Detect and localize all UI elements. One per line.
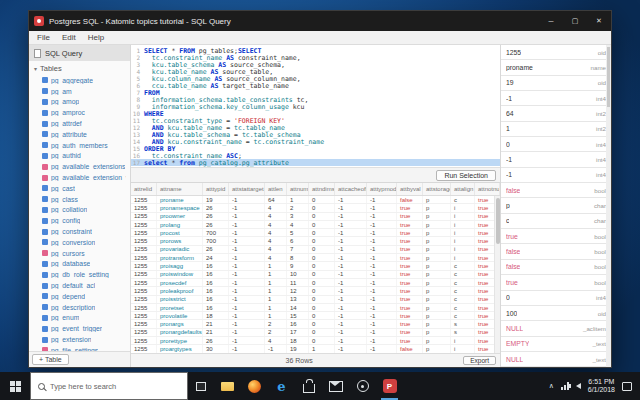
minimize-button[interactable]: ─ <box>539 11 563 31</box>
table-row[interactable]: 1255proowner26-1430-1-1truepitrue <box>131 213 500 221</box>
table-row[interactable]: 1255pronargdefaults21-12170-1-1truepstru… <box>131 329 500 337</box>
export-button[interactable]: Export <box>463 356 496 365</box>
run-selection-button[interactable]: Run Selection <box>436 170 496 181</box>
sidebar-table-pg_am[interactable]: pg_am <box>29 86 130 97</box>
desktop[interactable]: Postgres SQL - Katomic topics tutorial -… <box>0 0 640 400</box>
column-header-attlen[interactable]: attlen <box>265 183 287 195</box>
title-bar[interactable]: Postgres SQL - Katomic topics tutorial -… <box>29 11 611 31</box>
sidebar-table-pg_depend[interactable]: pg_depend <box>29 291 130 302</box>
table-row[interactable]: 1255pronamespace26-1420-1-1truepitrue <box>131 204 500 212</box>
editor-line-6[interactable]: 6 ccu.table_name AS target_table_name <box>131 82 500 89</box>
editor-line-17[interactable]: 17select * from pg_catalog.pg_attribute <box>131 159 500 166</box>
table-row[interactable]: 1255protransform24-1480-1-1truepitrue <box>131 254 500 262</box>
column-header-attstattarget[interactable]: attstattarget <box>229 183 265 195</box>
table-row[interactable]: 1255provariadic26-1470-1-1truepitrue <box>131 246 500 254</box>
table-row[interactable]: 1255proisstrict16-11130-1-1truepctrue <box>131 296 500 304</box>
inspector-row[interactable]: cchar <box>501 214 611 229</box>
settings-icon[interactable] <box>349 372 376 400</box>
editor-line-9[interactable]: 9 information_schema.key_column_usage kc… <box>131 103 500 110</box>
column-header-attrelid[interactable]: attrelid <box>131 183 157 195</box>
sidebar-table-pg_authid[interactable]: pg_authid <box>29 151 130 162</box>
inspector-row[interactable]: 19oid <box>501 76 611 91</box>
inspector-row[interactable]: -1int4 <box>501 168 611 183</box>
sidebar-table-pg_database[interactable]: pg_database <box>29 259 130 270</box>
inspector-row[interactable]: 1255oid <box>501 45 611 60</box>
mail-icon[interactable] <box>322 372 349 400</box>
table-row[interactable]: 1255proretset16-11140-1-1truepctrue <box>131 304 500 312</box>
tables-section-header[interactable]: ▾ Tables <box>29 61 130 75</box>
table-row[interactable]: 1255proiswindow16-11100-1-1truepctrue <box>131 271 500 279</box>
column-header-attstorage[interactable]: attstorage <box>423 183 451 195</box>
sidebar-table-pg_extension[interactable]: pg_extension <box>29 334 130 345</box>
task-view-button[interactable] <box>188 372 214 400</box>
editor-line-14[interactable]: 14 AND kcu.constraint_name = tc.constrai… <box>131 138 500 145</box>
sidebar-table-pg_class[interactable]: pg_class <box>29 194 130 205</box>
inspector-row[interactable]: falsebool <box>501 260 611 275</box>
inspector-row[interactable]: 0int4 <box>501 137 611 152</box>
sidebar-table-pg_enum[interactable]: pg_enum <box>29 313 130 324</box>
close-button[interactable]: ✕ <box>587 11 611 31</box>
column-header-attndims[interactable]: attndims <box>309 183 335 195</box>
grid-vertical-scrollbar[interactable] <box>494 196 500 353</box>
taskbar-search[interactable]: Type here to search <box>30 372 188 400</box>
inspector-row[interactable]: falsebool <box>501 244 611 259</box>
firefox-icon[interactable] <box>241 372 268 400</box>
inspector-row[interactable]: -1int4 <box>501 91 611 106</box>
tray-expand-icon[interactable]: ∧ <box>549 382 554 390</box>
file-explorer-icon[interactable] <box>214 372 241 400</box>
column-header-attnotnull[interactable]: attnotnull <box>475 183 500 195</box>
edge-icon[interactable]: e <box>268 372 295 400</box>
inspector-row[interactable]: 0int4 <box>501 291 611 306</box>
column-header-attbyval[interactable]: attbyval <box>397 183 423 195</box>
sidebar-table-pg_attribute[interactable]: pg_attribute <box>29 129 130 140</box>
inspector-row[interactable]: falsebool <box>501 183 611 198</box>
action-center-icon[interactable] <box>622 382 632 391</box>
inspector-row[interactable]: EMPTY_text <box>501 337 611 352</box>
postgres-app-icon[interactable]: P <box>376 372 403 400</box>
column-header-attname[interactable]: attname <box>157 183 203 195</box>
volume-icon[interactable] <box>576 383 581 389</box>
table-row[interactable]: 1255proleakproof16-11120-1-1truepctrue <box>131 287 500 295</box>
sidebar-item-sql-query[interactable]: SQL Query <box>29 45 130 61</box>
sql-editor[interactable]: 1SELECT * FROM pg_tables;SELECT2 tc.cons… <box>131 45 500 167</box>
column-header-attnum[interactable]: attnum <box>287 183 309 195</box>
column-header-attalign[interactable]: attalign <box>451 183 475 195</box>
table-row[interactable]: 1255provolatile18-11150-1-1truepctrue <box>131 312 500 320</box>
sidebar-table-pg_cursors[interactable]: pg_cursors <box>29 248 130 259</box>
sidebar-table-pg_event_trigger[interactable]: pg_event_trigger <box>29 323 130 334</box>
table-row[interactable]: 1255prorows700-1460-1-1truepitrue <box>131 237 500 245</box>
sidebar-table-pg_conversion[interactable]: pg_conversion <box>29 237 130 248</box>
sidebar-table-pg_amop[interactable]: pg_amop <box>29 97 130 108</box>
clock[interactable]: 6:51 PM 6/1/2018 <box>588 378 615 394</box>
inspector-row[interactable]: truebool <box>501 229 611 244</box>
inspector-row[interactable]: pronamename <box>501 60 611 75</box>
sidebar-table-pg_cast[interactable]: pg_cast <box>29 183 130 194</box>
scrollbar-thumb[interactable] <box>607 47 610 107</box>
table-row[interactable]: 1255pronargs21-12160-1-1truepstrue <box>131 320 500 328</box>
table-row[interactable]: 1255prosecdef16-11110-1-1truepctrue <box>131 279 500 287</box>
sidebar-table-pg_collation[interactable]: pg_collation <box>29 205 130 216</box>
sidebar-table-pg_available_extension_versions[interactable]: pg_available_extension_versions <box>29 172 130 183</box>
sidebar-table-pg_description[interactable]: pg_description <box>29 302 130 313</box>
menu-help[interactable]: Help <box>88 33 104 42</box>
scrollbar-thumb[interactable] <box>496 198 500 244</box>
sidebar-table-pg_amproc[interactable]: pg_amproc <box>29 107 130 118</box>
table-row[interactable]: 1255proisagg16-1190-1-1truepctrue <box>131 262 500 270</box>
add-table-button[interactable]: + Table <box>32 354 69 365</box>
table-row[interactable]: 1255procost700-1450-1-1truepitrue <box>131 229 500 237</box>
menu-file[interactable]: File <box>37 33 50 42</box>
sidebar-table-pg_auth_members[interactable]: pg_auth_members <box>29 140 130 151</box>
sidebar-table-pg_db_role_setting[interactable]: pg_db_role_setting <box>29 269 130 280</box>
inspector-row[interactable]: pchar <box>501 198 611 213</box>
inspector-row[interactable]: NULL_aclitem <box>501 321 611 336</box>
inspector-scrollbar[interactable] <box>606 45 611 367</box>
column-header-atttypmod[interactable]: atttypmod <box>367 183 397 195</box>
inspector-row[interactable]: -1int4 <box>501 152 611 167</box>
store-icon[interactable] <box>295 372 322 400</box>
inspector-row[interactable]: 100oid <box>501 306 611 321</box>
inspector-row[interactable]: truebool <box>501 275 611 290</box>
table-row[interactable]: 1255prolang26-1440-1-1truepitrue <box>131 221 500 229</box>
inspector-row[interactable]: 64int2 <box>501 106 611 121</box>
maximize-button[interactable]: ▢ <box>563 11 587 31</box>
start-button[interactable] <box>0 372 30 400</box>
